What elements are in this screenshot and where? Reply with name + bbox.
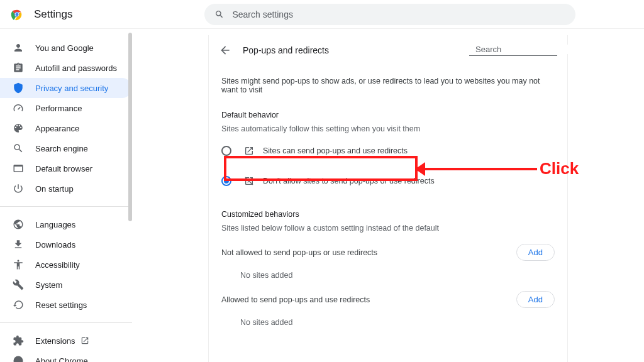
extension-icon [13,335,24,346]
back-arrow-icon[interactable] [219,44,231,57]
default-behavior-sub: Sites automatically follow this setting … [209,119,567,133]
content-search-input[interactable] [475,45,581,54]
sidebar-item-system[interactable]: System [0,275,132,295]
annotation-click-label: Click [540,159,579,178]
sidebar-item-label: System [35,280,62,290]
sidebar-item-label: Accessibility [35,260,80,270]
sidebar-item-performance[interactable]: Performance [0,98,132,118]
not-allowed-row: Not allowed to send pop-ups or use redir… [209,233,567,261]
sidebar-item-label: Downloads [35,240,75,250]
global-search-input[interactable] [232,9,565,19]
sidebar-item-label: About Chrome [35,356,88,363]
sidebar-item-about[interactable]: About Chrome [0,351,132,362]
content-search[interactable] [469,45,557,56]
radio-selected-icon [221,176,231,186]
sidebar-item-label: Default browser [35,164,92,173]
svg-point-2 [15,13,18,16]
shield-icon [13,82,24,94]
not-allowed-label: Not allowed to send pop-ups or use redir… [221,248,516,257]
global-search[interactable] [204,4,575,25]
accessibility-icon [13,259,24,270]
open-in-new-icon [80,336,89,345]
not-allowed-empty: No sites added [209,261,567,280]
open-in-new-icon [244,146,254,156]
radio-unselected-icon [221,146,231,156]
sidebar-item-downloads[interactable]: Downloads [0,234,132,255]
sidebar-item-languages[interactable]: Languages [0,214,132,234]
search-icon [214,9,225,19]
sidebar-item-label: Performance [35,104,82,113]
sidebar-scrollbar-thumb[interactable] [128,33,132,221]
sidebar: You and Google Autofill and passwords Pr… [0,29,132,362]
main-content: Pop-ups and redirects Sites might send p… [132,29,644,362]
browser-icon [13,163,24,174]
default-behavior-heading: Default behavior [209,94,567,119]
sidebar-item-label: Search engine [35,144,88,153]
settings-header: Settings [0,0,644,29]
sidebar-item-label: On startup [35,184,74,194]
globe-icon [13,219,24,230]
allowed-empty: No sites added [209,308,567,327]
allowed-row: Allowed to send pop-ups and use redirect… [209,280,567,308]
sidebar-item-label: You and Google [35,43,94,53]
download-icon [13,239,24,250]
sidebar-item-label: Languages [35,220,75,229]
sidebar-item-reset[interactable]: Reset settings [0,295,132,315]
sidebar-item-label: Autofill and passwords [35,63,117,73]
sidebar-item-autofill[interactable]: Autofill and passwords [0,58,132,78]
page-title: Settings [34,8,72,21]
option-allow-popups[interactable]: Sites can send pop-ups and use redirects [209,138,567,163]
sidebar-item-on-startup[interactable]: On startup [0,178,132,199]
content-description: Sites might send pop-ups to show ads, or… [209,65,567,94]
content-header: Pop-ups and redirects [209,35,567,65]
sidebar-item-privacy[interactable]: Privacy and security [0,78,132,98]
sidebar-item-extensions[interactable]: Extensions [0,331,132,351]
restore-icon [13,299,24,310]
annotation-arrow-line [423,168,537,170]
add-not-allowed-button[interactable]: Add [516,244,555,261]
option-label: Don't allow sites to send pop-ups or use… [263,177,435,185]
block-popup-icon [244,176,254,186]
chrome-logo-icon [10,8,24,21]
speedometer-icon [13,102,24,114]
search-icon [13,143,24,154]
option-block-popups[interactable]: Don't allow sites to send pop-ups or use… [209,168,567,194]
sidebar-item-appearance[interactable]: Appearance [0,118,132,138]
chrome-small-icon [13,355,24,362]
sidebar-item-label: Privacy and security [35,84,108,93]
add-allowed-button[interactable]: Add [516,291,555,308]
sidebar-item-default-browser[interactable]: Default browser [0,158,132,178]
allowed-label: Allowed to send pop-ups and use redirect… [221,295,516,304]
custom-behaviors-heading: Customized behaviors [209,194,567,219]
content-title: Pop-ups and redirects [243,45,469,55]
person-icon [13,42,24,53]
sidebar-item-search-engine[interactable]: Search engine [0,138,132,158]
svg-point-3 [14,356,23,363]
option-label: Sites can send pop-ups and use redirects [263,146,408,155]
custom-behaviors-sub: Sites listed below follow a custom setti… [209,219,567,233]
sidebar-item-label: Reset settings [35,300,87,310]
sidebar-separator [0,322,132,323]
power-icon [13,183,24,194]
sidebar-item-label: Appearance [35,124,79,133]
sidebar-item-accessibility[interactable]: Accessibility [0,255,132,275]
clipboard-icon [13,62,24,74]
sidebar-item-label: Extensions [35,336,75,346]
wrench-icon [13,279,24,290]
sidebar-item-you-and-google[interactable]: You and Google [0,38,132,58]
palette-icon [13,123,24,134]
sidebar-separator [0,206,132,207]
annotation-arrow-head [415,162,425,176]
